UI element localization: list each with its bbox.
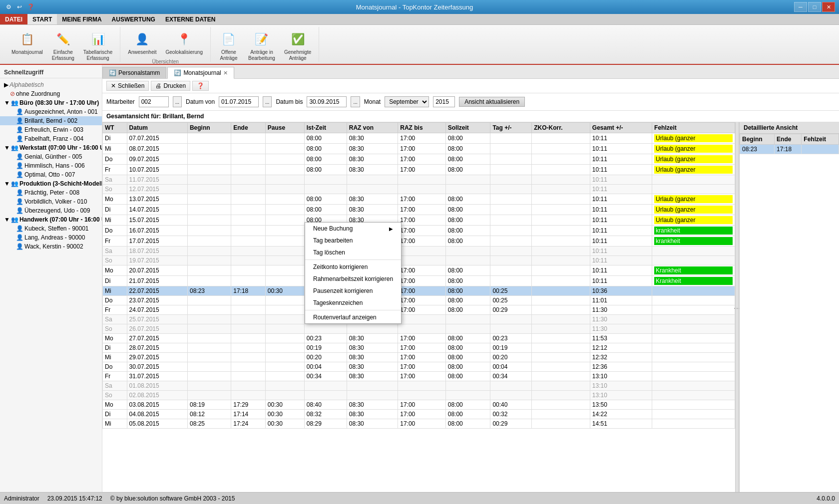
- table-row[interactable]: Fr24.07.201500:2908:3017:0008:0000:2911:…: [103, 305, 735, 315]
- drucken-button[interactable]: 🖨 Drucken: [151, 81, 190, 91]
- datum-von-input[interactable]: [219, 96, 259, 107]
- sidebar-item-genial[interactable]: 👤 Genial, Günther - 005: [0, 152, 102, 161]
- tab-close-icon[interactable]: ✕: [223, 70, 228, 76]
- table-row[interactable]: Mi22.07.201508:2317:1800:3000:2508:3017:…: [103, 286, 735, 296]
- table-row[interactable]: Do16.07.201508:0008:3017:0008:0010:11kra…: [103, 226, 735, 236]
- table-row[interactable]: So26.07.201511:30: [103, 324, 735, 334]
- tab-personalstamm[interactable]: 🔄 Personalstamm: [102, 67, 166, 78]
- menu-datei[interactable]: DATEI: [0, 14, 27, 24]
- minimize-button[interactable]: ─: [794, 2, 807, 12]
- sidebar-item-erfreulich[interactable]: 👤 Erfreulich, Erwin - 003: [0, 125, 102, 134]
- app-icon-2[interactable]: ↩: [15, 2, 24, 11]
- table-row[interactable]: Sa11.07.201510:11: [103, 175, 735, 185]
- table-row[interactable]: Sa01.08.201513:10: [103, 381, 735, 391]
- sidebar-ueberzeugend-label: Überzeugend, Udo - 009: [24, 207, 90, 214]
- sidebar-item-werkstatt[interactable]: ▼ 👥 Werkstatt (07:00 Uhr - 16:00 Uhr): [0, 143, 102, 152]
- ansicht-aktualisieren-button[interactable]: Ansicht aktualisieren: [459, 97, 525, 107]
- table-row[interactable]: Mi29.07.201500:2008:3017:0008:0000:2012:…: [103, 353, 735, 362]
- table-row[interactable]: Di28.07.201500:1908:3017:0008:0000:1912:…: [103, 343, 735, 353]
- menu-externadaten[interactable]: EXTERNE DATEN: [160, 14, 220, 24]
- sidebar-item-fabelhaft[interactable]: 👤 Fabelhaft, Franz - 004: [0, 134, 102, 143]
- mitarbeiter-input[interactable]: [139, 96, 169, 107]
- table-row[interactable]: Di21.07.201508:0008:3017:0008:0010:11Kra…: [103, 276, 735, 286]
- table-row[interactable]: Mo13.07.201508:0008:3017:0008:0010:11Url…: [103, 194, 735, 205]
- table-row[interactable]: Mo20.07.201508:0008:3017:0008:0010:11Kra…: [103, 265, 735, 276]
- sidebar-item-produktion[interactable]: ▼ 👥 Produktion (3-Schicht-Modell): [0, 179, 102, 188]
- table-row[interactable]: Di07.07.201508:0008:3017:0008:0010:11Url…: [103, 133, 735, 144]
- menu-auswertung[interactable]: AUSWERTUNG: [107, 14, 160, 24]
- sidebar-item-optimal[interactable]: 👤 Optimal, Otto - 007: [0, 170, 102, 179]
- ribbon-anwesenheit[interactable]: 👤 Anwesenheit: [124, 28, 160, 58]
- table-cell: Mo: [103, 194, 127, 205]
- table-row[interactable]: Do09.07.201508:0008:3017:0008:0010:11Url…: [103, 154, 735, 165]
- datum-von-browse-button[interactable]: ...: [263, 96, 272, 107]
- ribbon-offene-antraege[interactable]: 📄 OffeneAnträge: [215, 28, 243, 64]
- ribbon-geolokalisierung-label: Geolokalisierung: [165, 49, 203, 55]
- sidebar-item-wack[interactable]: 👤 Wack, Kerstin - 90002: [0, 242, 102, 251]
- sidebar-item-ueberzeugend[interactable]: 👤 Überzeugend, Udo - 009: [0, 206, 102, 215]
- sidebar-item-lang[interactable]: 👤 Lang, Andreas - 90000: [0, 233, 102, 242]
- panel-resizer[interactable]: ⋮: [735, 122, 739, 492]
- table-row[interactable]: Fr31.07.201500:3408:3017:0008:0000:3413:…: [103, 372, 735, 381]
- table-row[interactable]: Mi08.07.201508:0008:3017:0008:0010:11Url…: [103, 144, 735, 154]
- table-row[interactable]: Mi05.08.201508:2517:2400:3008:2908:3017:…: [103, 419, 735, 429]
- mitarbeiter-browse-button[interactable]: ...: [173, 96, 182, 107]
- table-row[interactable]: Do23.07.201500:2508:3017:0008:0000:2511:…: [103, 296, 735, 305]
- table-row[interactable]: Fr17.07.201508:0008:3017:0008:0010:11kra…: [103, 236, 735, 247]
- ribbon-einfache-erfassung[interactable]: ✏️ EinfacheErfassung: [48, 28, 78, 64]
- context-menu-rahmen[interactable]: Rahmenarbeitszeit korrigieren: [305, 273, 401, 285]
- context-menu-pause[interactable]: Pausenzeit korrigieren: [305, 285, 401, 297]
- table-row[interactable]: So02.08.201513:10: [103, 391, 735, 400]
- ribbon-geolokalisierung[interactable]: 📍 Geolokalisierung: [162, 28, 206, 58]
- context-menu-tag-loeschen[interactable]: Tag löschen: [305, 247, 401, 258]
- genehmigte-icon: ✅: [289, 30, 307, 48]
- jahr-input[interactable]: [433, 96, 455, 107]
- table-row[interactable]: Do30.07.201500:0408:3017:0008:0000:0412:…: [103, 362, 735, 372]
- table-row[interactable]: Sa18.07.201510:11: [103, 247, 735, 256]
- table-cell: 08:30: [347, 334, 398, 343]
- ribbon-antraege-bearbeitung[interactable]: 📝 Anträge inBearbeitung: [245, 28, 279, 64]
- table-row[interactable]: Di04.08.201508:1217:1400:3008:3208:3017:…: [103, 410, 735, 419]
- ribbon-tabellarische-erfassung[interactable]: 📊 TabellarischeErfassung: [80, 28, 116, 64]
- datum-bis-browse-button[interactable]: ...: [351, 96, 360, 107]
- context-menu-tag-bearbeiten[interactable]: Tag bearbeiten: [305, 235, 401, 247]
- table-row[interactable]: Di14.07.201508:0008:3017:0008:0010:11Url…: [103, 205, 735, 215]
- table-row[interactable]: So19.07.201510:11: [103, 256, 735, 265]
- menu-start[interactable]: START: [27, 14, 57, 24]
- table-row[interactable]: So12.07.201510:11: [103, 185, 735, 194]
- sidebar-item-ohne-zuordnung[interactable]: ⊘ ohne Zuordnung: [0, 89, 102, 98]
- table-row[interactable]: Mi15.07.201508:0008:3017:0008:0010:11Url…: [103, 215, 735, 226]
- app-icon-3[interactable]: ❓: [26, 2, 35, 11]
- sidebar-item-praechtig[interactable]: 👤 Prächtig, Peter - 008: [0, 188, 102, 197]
- context-menu-routen[interactable]: Routenverlauf anzeigen: [305, 311, 401, 323]
- detail-table-row[interactable]: 08:23 17:18: [740, 145, 839, 154]
- sidebar-item-ausgezeichnet[interactable]: 👤 Ausgezeichnet, Anton - 001: [0, 107, 102, 116]
- table-row[interactable]: Fr10.07.201508:0008:3017:0008:0010:11Url…: [103, 165, 735, 175]
- app-icon-1[interactable]: ⚙: [4, 2, 13, 11]
- ribbon-monatsjournal[interactable]: 📋 Monatsjournal: [8, 28, 46, 64]
- help-button[interactable]: ❓: [192, 81, 209, 91]
- maximize-button[interactable]: □: [808, 2, 821, 12]
- context-menu-neue-buchung[interactable]: Neue Buchung ▶: [305, 223, 401, 235]
- table-row[interactable]: Sa25.07.201511:30: [103, 315, 735, 324]
- close-button[interactable]: ✕: [822, 2, 835, 12]
- sidebar-item-vorbildlich[interactable]: 👤 Vorbildlich, Volker - 010: [0, 197, 102, 206]
- sidebar-item-himmlisch[interactable]: 👤 Himmlisch, Hans - 006: [0, 161, 102, 170]
- sidebar-item-buero[interactable]: ▼ 👥 Büro (08:30 Uhr - 17:00 Uhr): [0, 98, 102, 107]
- context-separator-1: [305, 259, 401, 260]
- ribbon-genehmigte-antraege[interactable]: ✅ GenehmigteAnträge: [281, 28, 315, 64]
- sidebar-item-alphabetisch[interactable]: ▶ Alphabetisch: [0, 80, 102, 89]
- table-row[interactable]: Mo03.08.201508:1917:2900:3008:4008:3017:…: [103, 400, 735, 410]
- tab-monatsjournal[interactable]: 🔄 Monatsjournal ✕: [167, 67, 234, 79]
- sidebar-item-brillant[interactable]: 👤 Brillant, Bernd - 002: [0, 116, 102, 125]
- table-cell: 08:32: [304, 410, 347, 419]
- sidebar-item-handwerk[interactable]: ▼ 👥 Handwerk (07:00 Uhr - 16:00 Uhr): [0, 215, 102, 224]
- menu-meinefirma[interactable]: MEINE FIRMA: [57, 14, 106, 24]
- sidebar-item-kubeck[interactable]: 👤 Kubeck, Steffen - 90001: [0, 224, 102, 233]
- context-menu-tageskennzeichen[interactable]: Tageskennzeichen: [305, 297, 401, 309]
- datum-bis-input[interactable]: [307, 96, 347, 107]
- monat-select[interactable]: September Oktober November: [385, 96, 429, 107]
- context-menu-zeitkonto[interactable]: Zeitkonto korrigieren: [305, 261, 401, 273]
- table-row[interactable]: Mo27.07.201500:2308:3017:0008:0000:2311:…: [103, 334, 735, 343]
- schliessen-button[interactable]: ✕ Schließen: [106, 81, 149, 91]
